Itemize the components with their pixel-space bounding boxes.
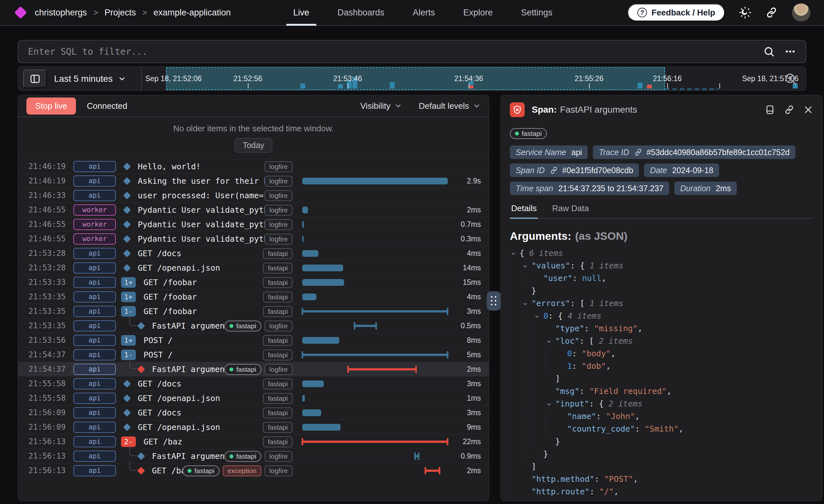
tag-logfire[interactable]: logfire	[265, 451, 293, 462]
trace-row[interactable]: 21:56:13api2-GET /bazfastapi22ms	[18, 434, 489, 448]
tag-fastapi[interactable]: fastapi	[263, 422, 293, 433]
tab-live[interactable]: Live	[279, 0, 323, 25]
trace-row[interactable]: 21:46:19apiAsking the user for their bir…	[18, 174, 489, 188]
sql-filter-bar[interactable]: Enter SQL to filter...	[18, 40, 806, 63]
trace-row[interactable]: 21:53:33api1+GET /foobarfastapi15ms	[18, 275, 489, 289]
service-badge-api[interactable]: api	[73, 291, 116, 303]
tag-fastapi[interactable]: fastapi	[263, 263, 293, 274]
tag-exception[interactable]: exception	[223, 466, 262, 476]
expand-toggle[interactable]: 1-	[121, 349, 136, 360]
service-badge-api[interactable]: api	[73, 262, 116, 274]
trace-row[interactable]: 21:53:56api1+POST /fastapi8ms	[18, 333, 489, 347]
logfire-logo-icon[interactable]	[14, 6, 27, 19]
tag-logfire[interactable]: logfire	[265, 320, 293, 331]
tag-logfire[interactable]: logfire	[265, 161, 293, 172]
tab-settings[interactable]: Settings	[507, 0, 567, 25]
collapse-chevron-icon[interactable]	[522, 260, 531, 272]
trace-row[interactable]: 21:46:55workerPydantic User validate_pyt…	[18, 231, 489, 246]
detail-tab-raw-data[interactable]: Raw Data	[552, 203, 589, 218]
trace-row[interactable]: 21:53:35api1-GET /foobarfastapi3ms	[18, 304, 489, 318]
tag-logfire[interactable]: logfire	[265, 205, 293, 216]
service-badge-api[interactable]: api	[73, 277, 116, 288]
default-levels-dropdown[interactable]: Default levels	[419, 101, 481, 111]
tag-fastapi[interactable]: fastapi	[183, 466, 219, 476]
panel-toggle-icon[interactable]	[23, 70, 47, 88]
service-badge-worker[interactable]: worker	[73, 233, 116, 244]
service-badge-api[interactable]: api	[73, 450, 116, 462]
service-badge-api[interactable]: api	[73, 306, 116, 317]
timeline-histogram[interactable]: Sep 18, 21:52:06Sep 18, 21:57:0621:52:56…	[142, 67, 767, 91]
trace-row[interactable]: 21:53:35api1+GET /foobarfastapi4ms	[18, 289, 489, 304]
expand-toggle[interactable]: 2-	[121, 436, 136, 447]
tag-logfire[interactable]: logfire	[265, 176, 293, 187]
copy-link-icon[interactable]	[784, 105, 794, 115]
service-badge-api[interactable]: api	[73, 465, 116, 476]
expand-toggle[interactable]: 1+	[121, 335, 136, 346]
trace-row[interactable]: 21:54:37api1-POST /fastapi5ms	[18, 347, 489, 362]
service-badge-worker[interactable]: worker	[73, 219, 116, 230]
copy-link-icon[interactable]	[634, 148, 642, 157]
service-badge-api[interactable]: api	[73, 320, 116, 331]
trace-row[interactable]: 21:53:35apiFastAPI argumentsfastapilogfi…	[18, 318, 489, 333]
trace-row[interactable]: 21:46:55workerPydantic User validate_pyt…	[18, 202, 489, 217]
trace-row[interactable]: 21:56:09apiGET /docsfastapi3ms	[18, 405, 489, 420]
trace-row[interactable]: 21:55:58apiGET /openapi.jsonfastapi1ms	[18, 391, 489, 405]
sql-filter-input[interactable]: Enter SQL to filter...	[28, 46, 763, 57]
split-view-icon[interactable]	[765, 105, 775, 115]
service-badge-worker[interactable]: worker	[73, 204, 116, 216]
trace-row[interactable]: 21:46:55workerPydantic User validate_pyt…	[18, 217, 489, 231]
expand-toggle[interactable]: 1-	[121, 306, 136, 317]
collapse-chevron-icon[interactable]	[510, 247, 519, 260]
service-badge-api[interactable]: api	[73, 349, 116, 361]
breadcrumb-item-Projects[interactable]: Projects	[105, 8, 136, 18]
trace-row[interactable]: 21:53:28apiGET /docsfastapi4ms	[18, 246, 489, 261]
collapse-chevron-icon[interactable]	[522, 297, 531, 310]
chip-duration[interactable]: Duration2ms	[674, 182, 737, 195]
tab-explore[interactable]: Explore	[449, 0, 507, 25]
trace-row[interactable]: 21:54:37apiFastAPI argumentsfastapilogfi…	[18, 362, 489, 376]
collapse-chevron-icon[interactable]	[545, 335, 555, 347]
service-badge-api[interactable]: api	[73, 364, 116, 375]
tag-fastapi[interactable]: fastapi	[224, 320, 262, 331]
breadcrumb-item-christophergs[interactable]: christophergs	[35, 8, 87, 18]
tag-fastapi[interactable]: fastapi	[263, 379, 293, 389]
time-range-select[interactable]: Last 5 minutes	[54, 67, 126, 91]
service-badge-api[interactable]: api	[73, 393, 116, 404]
tag-logfire[interactable]: logfire	[265, 234, 293, 244]
tag-logfire[interactable]: logfire	[265, 190, 293, 201]
zoom-in-icon[interactable]	[784, 72, 798, 86]
tag-fastapi[interactable]: fastapi	[263, 436, 293, 447]
today-button[interactable]: Today	[235, 138, 272, 153]
chip-trace-id[interactable]: Trace ID#53ddc40980a86b57bfe89c1cc01c752…	[593, 145, 795, 159]
panel-resize-handle[interactable]	[487, 291, 501, 311]
trace-row[interactable]: 21:56:13apiFastAPI argumentsfastapilogfi…	[18, 448, 489, 463]
tag-fastapi[interactable]: fastapi	[263, 407, 293, 418]
collapse-chevron-icon[interactable]	[534, 310, 543, 322]
trace-row[interactable]: 21:56:09apiGET /openapi.jsonfastapi9ms	[18, 420, 489, 434]
tag-logfire[interactable]: logfire	[265, 466, 293, 476]
trace-row[interactable]: 21:56:13apiGET /baz (fofastapiexceptionl…	[18, 463, 489, 478]
tag-fastapi[interactable]: fastapi	[263, 349, 293, 361]
chip-time-span[interactable]: Time span21:54:37.235 to 21:54:37.237	[510, 182, 669, 195]
tag-fastapi[interactable]: fastapi	[263, 335, 293, 346]
tag-logfire[interactable]: logfire	[265, 219, 293, 230]
trace-row[interactable]: 21:46:19apiHello, world!logfire	[18, 159, 489, 174]
chip-date[interactable]: Date2024-09-18	[644, 164, 719, 177]
service-badge-api[interactable]: api	[73, 335, 116, 346]
tag-fastapi[interactable]: fastapi	[263, 277, 293, 288]
search-icon[interactable]	[763, 46, 775, 57]
more-options-icon[interactable]	[785, 46, 796, 57]
share-link-icon[interactable]	[765, 6, 778, 19]
close-icon[interactable]	[803, 105, 813, 115]
service-badge-api[interactable]: api	[73, 436, 116, 447]
chip-service-name[interactable]: Service Nameapi	[510, 145, 588, 159]
detail-tab-details[interactable]: Details	[511, 203, 536, 218]
chip-span-id[interactable]: Span ID#0e31f5fd70e08cdb	[510, 164, 639, 177]
tab-alerts[interactable]: Alerts	[399, 0, 449, 25]
stop-live-button[interactable]: Stop live	[26, 98, 76, 115]
trace-row[interactable]: 21:55:58apiGET /docsfastapi3ms	[18, 376, 489, 391]
theme-toggle-icon[interactable]	[739, 6, 751, 19]
service-badge-api[interactable]: api	[73, 248, 116, 259]
service-badge-api[interactable]: api	[73, 407, 116, 418]
service-badge-api[interactable]: api	[73, 190, 116, 201]
